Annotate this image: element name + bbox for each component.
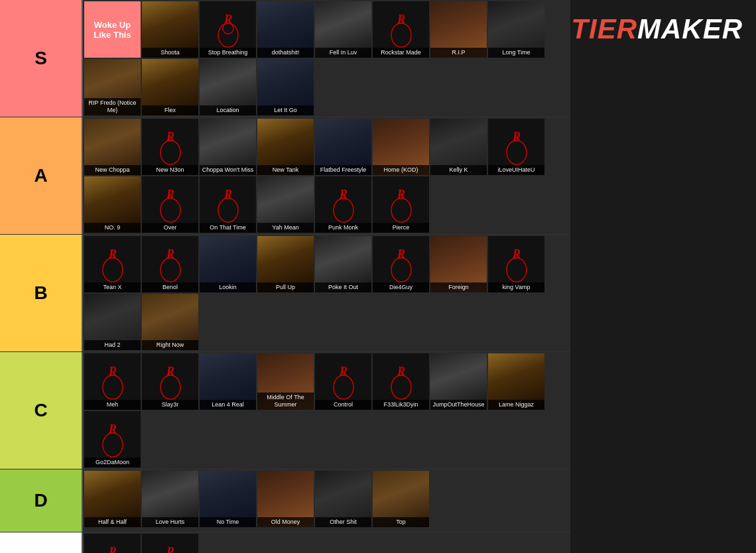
song-pierce[interactable]: R Pierce bbox=[373, 176, 429, 233]
song-die4guy[interactable]: R Die4Guy bbox=[373, 236, 429, 292]
song-poke-it-out[interactable]: Poke It Out bbox=[315, 236, 371, 292]
song-old-money[interactable]: Old Money bbox=[257, 471, 314, 527]
tier-label-b: B bbox=[0, 235, 83, 351]
song-benol[interactable]: R Benol bbox=[142, 236, 198, 292]
song-let-it-go[interactable]: Let It Go bbox=[257, 59, 314, 115]
song-home-kod[interactable]: Home (KOD) bbox=[373, 119, 429, 175]
song-label: Die4Guy bbox=[373, 282, 429, 292]
song-foreign[interactable]: Foreign bbox=[430, 236, 487, 292]
song-label: Yah Mean bbox=[257, 223, 314, 233]
song-label: RIP Fredo (Notice Me) bbox=[84, 98, 141, 115]
song-label: R.I.P bbox=[430, 48, 487, 58]
song-label: Home (KOD) bbox=[373, 165, 429, 175]
song-label: Over bbox=[142, 223, 198, 233]
song-pull-up[interactable]: Pull Up bbox=[257, 236, 314, 292]
song-right-now[interactable]: Right Now bbox=[142, 294, 198, 350]
tier-items-a: New Choppa R New N3on Choppa Won't Miss … bbox=[83, 117, 570, 234]
tier-items-d: Half & Half Love Hurts No Time Old Money… bbox=[83, 469, 570, 532]
song-label: JumpOutTheHouse bbox=[430, 400, 487, 410]
song-label: Love Hurts bbox=[142, 517, 198, 527]
svg-text:R: R bbox=[165, 545, 174, 554]
tier-label-a: A bbox=[0, 117, 83, 234]
song-no9[interactable]: NO. 9 bbox=[84, 176, 141, 233]
song-jumpouthouse[interactable]: JumpOutTheHouse bbox=[430, 353, 487, 410]
song-stop-breathing[interactable]: R Stop Breathing bbox=[200, 1, 256, 58]
song-love-hurts[interactable]: Love Hurts bbox=[142, 471, 198, 527]
song-label: Let It Go bbox=[257, 105, 314, 115]
tier-row-b: B R Tean X R bbox=[0, 235, 570, 352]
song-label: Fell In Luv bbox=[315, 48, 371, 58]
song-label: Poke It Out bbox=[315, 282, 371, 292]
song-rip-fredo[interactable]: RIP Fredo (Notice Me) bbox=[84, 59, 141, 115]
song-go2damoon[interactable]: R Go2DaMoon bbox=[84, 411, 141, 467]
song-yah-mean[interactable]: Yah Mean bbox=[257, 176, 314, 233]
song-punk-monk[interactable]: R Punk Monk bbox=[315, 176, 371, 233]
song-label: Location bbox=[200, 105, 256, 115]
song-lame-niggaz[interactable]: Lame Niggaz bbox=[488, 353, 544, 410]
song-label: Right Now bbox=[142, 340, 198, 350]
song-label: Go2DaMoon bbox=[84, 458, 141, 467]
song-label: Shoota bbox=[142, 48, 198, 58]
song-control[interactable]: R Control bbox=[315, 353, 371, 410]
song-half-half[interactable]: Half & Half bbox=[84, 471, 141, 527]
tier-items-b: R Tean X R Benol Lookin bbox=[83, 235, 570, 351]
song-label: F33lLik3Dyin bbox=[373, 400, 429, 410]
tier-items-c: R Meh R Slay3r Lean 4 Real bbox=[83, 352, 570, 469]
song-no-time[interactable]: No Time bbox=[200, 471, 256, 527]
tier-row-c: C R Meh R bbox=[0, 352, 570, 469]
song-label: dothatshit! bbox=[257, 48, 314, 58]
song-top[interactable]: Top bbox=[373, 471, 429, 527]
tier-label-d: D bbox=[0, 469, 83, 532]
song-woke-up-like-this[interactable]: Woke Up Like This bbox=[84, 1, 141, 58]
song-label: Lean 4 Real bbox=[200, 400, 256, 410]
song-label: Old Money bbox=[257, 517, 314, 527]
song-label: king Vamp bbox=[488, 282, 544, 292]
song-label: Middle Of The Summer bbox=[257, 393, 314, 410]
song-slay3r[interactable]: R Slay3r bbox=[142, 353, 198, 410]
song-label: Half & Half bbox=[84, 517, 141, 527]
song-label: New Choppa bbox=[84, 165, 141, 175]
song-dothatshit[interactable]: dothatshit! bbox=[257, 1, 314, 58]
song-flex[interactable]: Flex bbox=[142, 59, 198, 115]
song-label: Foreign bbox=[430, 282, 487, 292]
song-rip[interactable]: R.I.P bbox=[430, 1, 487, 58]
song-f33llik3dyin[interactable]: R F33lLik3Dyin bbox=[373, 353, 429, 410]
song-label: Choppa Won't Miss bbox=[200, 165, 256, 175]
song-shoota[interactable]: Shoota bbox=[142, 1, 198, 58]
song-other-shit[interactable]: Other Shit bbox=[315, 471, 371, 527]
song-new-choppa[interactable]: New Choppa bbox=[84, 119, 141, 175]
song-new-n3on[interactable]: R New N3on bbox=[142, 119, 198, 175]
song-lean-4-real[interactable]: Lean 4 Real bbox=[200, 353, 256, 410]
song-over[interactable]: R Over bbox=[142, 176, 198, 233]
song-label: Meh bbox=[84, 400, 141, 410]
song-new-tank[interactable]: New Tank bbox=[257, 119, 314, 175]
song-kelly-k[interactable]: Kelly K bbox=[430, 119, 487, 175]
song-label: Control bbox=[315, 400, 371, 410]
song-fell-in-luv[interactable]: Fell In Luv bbox=[315, 1, 371, 58]
song-on-that-time[interactable]: R On That Time bbox=[200, 176, 256, 233]
song-label: Other Shit bbox=[315, 517, 371, 527]
song-choppa-wont-miss[interactable]: Choppa Won't Miss bbox=[200, 119, 256, 175]
song-label: Long Time bbox=[488, 48, 544, 58]
song-middle-of-the-summer[interactable]: Middle Of The Summer bbox=[257, 353, 314, 410]
song-tean-x[interactable]: R Tean X bbox=[84, 236, 141, 292]
song-flatbed-freestyle[interactable]: Flatbed Freestyle bbox=[315, 119, 371, 175]
tier-row-d: D Half & Half Love Hurts No Time Old Mon… bbox=[0, 469, 570, 532]
song-iloveuihateu[interactable]: R iLoveUIHateU bbox=[488, 119, 544, 175]
song-label: Benol bbox=[142, 282, 198, 292]
song-rockstar-made[interactable]: R Rockstar Made bbox=[373, 1, 429, 58]
song-m3tamorphosis[interactable]: R M3tamorphosis bbox=[84, 534, 141, 553]
song-had-2[interactable]: Had 2 bbox=[84, 294, 141, 350]
song-king-vamp[interactable]: R king Vamp bbox=[488, 236, 544, 292]
song-label: Lame Niggaz bbox=[488, 400, 544, 410]
svg-text:R: R bbox=[107, 545, 116, 554]
song-label: Kelly K bbox=[430, 165, 487, 175]
song-label: Punk Monk bbox=[315, 223, 371, 233]
tier-label-hate: i hate you for dropping this bbox=[0, 532, 83, 553]
song-location[interactable]: Location bbox=[200, 59, 256, 115]
song-no-sl33p[interactable]: R No Sl33p bbox=[142, 534, 198, 553]
song-lookin[interactable]: Lookin bbox=[200, 236, 256, 292]
song-long-time[interactable]: Long Time bbox=[488, 1, 544, 58]
song-label: Rockstar Made bbox=[373, 48, 429, 58]
song-meh[interactable]: R Meh bbox=[84, 353, 141, 410]
